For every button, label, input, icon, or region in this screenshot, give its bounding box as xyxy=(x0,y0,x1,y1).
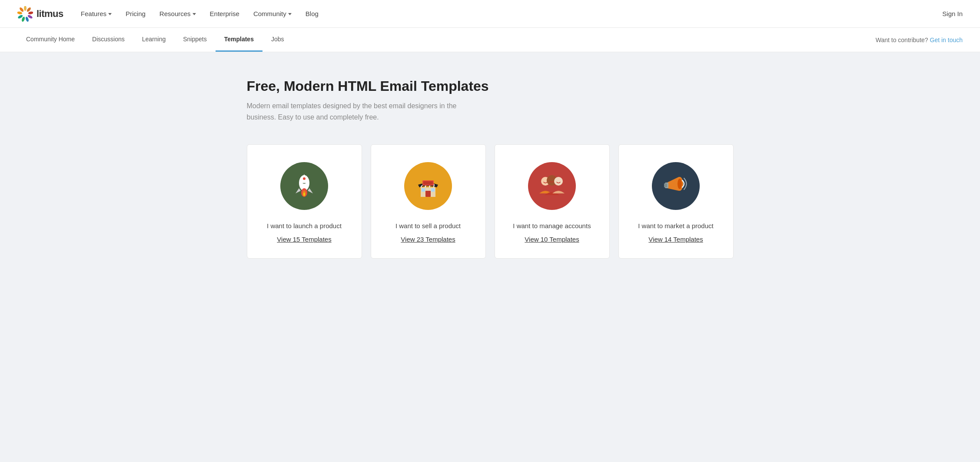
subnav-learning[interactable]: Learning xyxy=(133,28,175,52)
svg-marker-13 xyxy=(308,188,313,193)
sign-in-link[interactable]: Sign In xyxy=(942,10,963,17)
template-card-sell[interactable]: I want to sell a product View 23 Templat… xyxy=(371,144,486,259)
logo-text: litmus xyxy=(37,8,63,20)
svg-marker-12 xyxy=(296,188,301,193)
card-description-sell: I want to sell a product xyxy=(395,222,461,229)
card-description-market: I want to market a product xyxy=(638,222,713,229)
subnav-discussions[interactable]: Discussions xyxy=(83,28,133,52)
svg-point-2 xyxy=(26,7,31,12)
logo[interactable]: litmus xyxy=(17,6,63,22)
templates-grid: I want to launch a product View 15 Templ… xyxy=(247,144,734,259)
subnav-community-home[interactable]: Community Home xyxy=(17,28,83,52)
svg-rect-27 xyxy=(423,181,433,185)
template-card-launch[interactable]: I want to launch a product View 15 Templ… xyxy=(247,144,362,259)
top-nav-links: Features Pricing Resources Enterprise Co… xyxy=(81,10,943,17)
card-link-accounts[interactable]: View 10 Templates xyxy=(525,236,579,243)
card-icon-launch xyxy=(280,162,328,210)
svg-point-9 xyxy=(19,7,24,12)
card-icon-accounts xyxy=(528,162,576,210)
svg-point-32 xyxy=(554,177,563,186)
top-nav-right: Sign In xyxy=(942,10,963,18)
sub-nav-contribute: Want to contribute? Get in touch xyxy=(876,37,963,43)
card-icon-market xyxy=(652,162,700,210)
svg-point-16 xyxy=(303,193,305,196)
sub-navigation: Community Home Discussions Learning Snip… xyxy=(0,28,980,52)
page-subtitle: Modern email templates designed by the b… xyxy=(247,100,473,123)
svg-line-25 xyxy=(434,184,434,187)
main-content: Free, Modern HTML Email Templates Modern… xyxy=(229,52,751,293)
subnav-snippets[interactable]: Snippets xyxy=(174,28,215,52)
community-dropdown-icon xyxy=(288,13,292,15)
svg-point-18 xyxy=(303,177,306,180)
rocket-icon xyxy=(289,171,319,201)
card-link-sell[interactable]: View 23 Templates xyxy=(401,236,455,243)
people-icon xyxy=(537,171,567,201)
subnav-jobs[interactable]: Jobs xyxy=(262,28,293,52)
card-icon-sell xyxy=(404,162,452,210)
store-icon xyxy=(413,171,443,201)
svg-point-8 xyxy=(17,11,23,14)
svg-rect-29 xyxy=(431,188,435,192)
top-navigation: litmus Features Pricing Resources Enterp… xyxy=(0,0,980,28)
svg-point-3 xyxy=(28,11,33,14)
nav-blog[interactable]: Blog xyxy=(306,10,319,17)
nav-pricing[interactable]: Pricing xyxy=(126,10,146,17)
sub-nav-links: Community Home Discussions Learning Snip… xyxy=(17,28,876,52)
template-card-accounts[interactable]: I want to manage accounts View 10 Templa… xyxy=(495,144,610,259)
template-card-market[interactable]: I want to market a product View 14 Templ… xyxy=(618,144,734,259)
nav-enterprise[interactable]: Enterprise xyxy=(210,10,239,17)
features-dropdown-icon xyxy=(108,13,112,15)
megaphone-icon xyxy=(661,171,691,201)
resources-dropdown-icon xyxy=(193,13,196,15)
get-in-touch-link[interactable]: Get in touch xyxy=(930,37,963,43)
svg-point-35 xyxy=(678,179,682,189)
card-description-launch: I want to launch a product xyxy=(267,222,342,229)
svg-rect-37 xyxy=(664,183,667,187)
nav-resources[interactable]: Resources xyxy=(159,10,196,17)
page-title: Free, Modern HTML Email Templates xyxy=(247,78,734,94)
svg-point-1 xyxy=(24,6,27,11)
card-link-market[interactable]: View 14 Templates xyxy=(648,236,703,243)
nav-features[interactable]: Features xyxy=(81,10,112,17)
card-link-launch[interactable]: View 15 Templates xyxy=(277,236,331,243)
card-description-accounts: I want to manage accounts xyxy=(513,222,591,229)
svg-rect-28 xyxy=(422,188,425,192)
nav-community[interactable]: Community xyxy=(253,10,292,17)
subnav-templates[interactable]: Templates xyxy=(216,28,262,52)
svg-rect-21 xyxy=(425,191,431,197)
logo-icon xyxy=(17,6,33,22)
